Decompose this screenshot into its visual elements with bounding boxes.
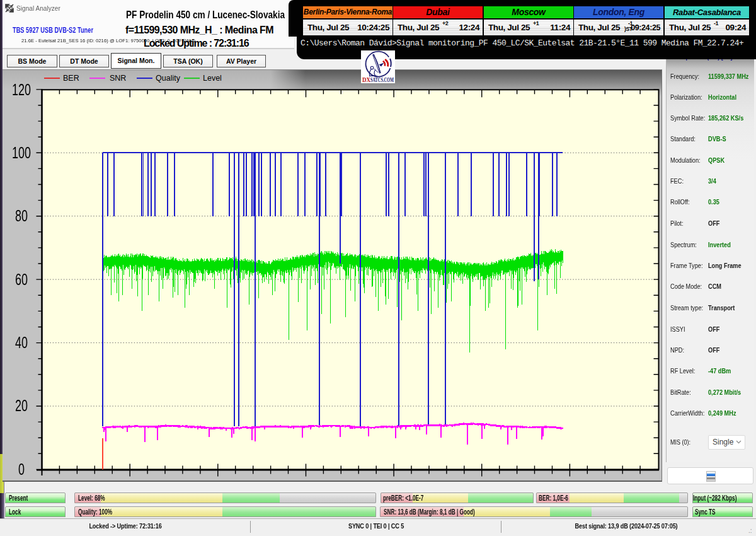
svg-text:SATCS.COM: SATCS.COM [370, 76, 394, 83]
svg-text:DX: DX [362, 76, 370, 83]
